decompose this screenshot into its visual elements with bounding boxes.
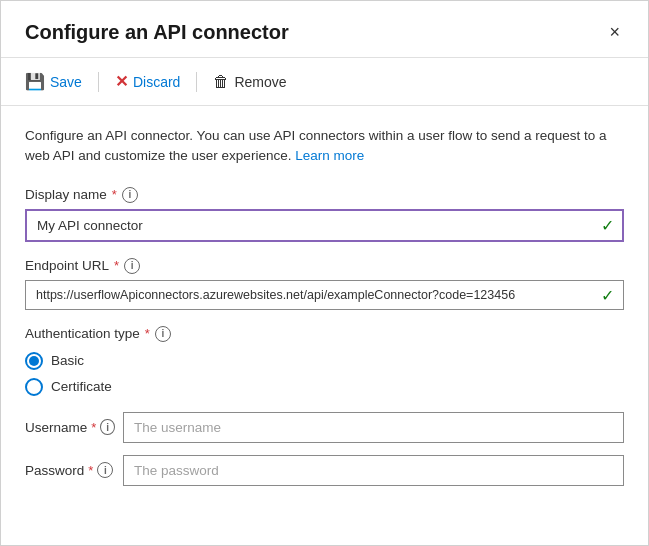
username-info-icon[interactable]: i bbox=[100, 419, 115, 435]
dialog-title: Configure an API connector bbox=[25, 21, 289, 44]
endpoint-url-label: Endpoint URL * i bbox=[25, 258, 624, 274]
endpoint-url-check-icon: ✓ bbox=[601, 285, 614, 304]
password-label: Password * i bbox=[25, 462, 115, 478]
password-group: Password * i bbox=[25, 455, 624, 486]
username-input[interactable] bbox=[123, 412, 624, 443]
save-label: Save bbox=[50, 74, 82, 90]
radio-certificate-label: Certificate bbox=[51, 379, 112, 394]
remove-label: Remove bbox=[234, 74, 286, 90]
display-name-input-wrapper: ✓ bbox=[25, 209, 624, 242]
description-text: Configure an API connector. You can use … bbox=[25, 126, 624, 167]
discard-label: Discard bbox=[133, 74, 180, 90]
dialog-content: Configure an API connector. You can use … bbox=[1, 106, 648, 545]
endpoint-url-required: * bbox=[114, 258, 119, 273]
configure-api-connector-dialog: Configure an API connector × 💾 Save ✕ Di… bbox=[0, 0, 649, 546]
display-name-group: Display name * i ✓ bbox=[25, 187, 624, 242]
auth-type-info-icon[interactable]: i bbox=[155, 326, 171, 342]
toolbar-separator-1 bbox=[98, 72, 99, 92]
username-label: Username * i bbox=[25, 419, 115, 435]
radio-basic[interactable] bbox=[25, 352, 43, 370]
radio-option-basic[interactable]: Basic bbox=[25, 352, 624, 370]
password-input[interactable] bbox=[123, 455, 624, 486]
discard-icon: ✕ bbox=[115, 72, 128, 91]
username-required: * bbox=[91, 420, 96, 435]
password-info-icon[interactable]: i bbox=[97, 462, 113, 478]
display-name-input[interactable] bbox=[25, 209, 624, 242]
password-required: * bbox=[88, 463, 93, 478]
save-icon: 💾 bbox=[25, 72, 45, 91]
toolbar-separator-2 bbox=[196, 72, 197, 92]
endpoint-url-input-wrapper: ✓ bbox=[25, 280, 624, 310]
credentials-section: Username * i Password * i bbox=[25, 412, 624, 486]
toolbar: 💾 Save ✕ Discard 🗑 Remove bbox=[1, 57, 648, 106]
auth-type-required: * bbox=[145, 326, 150, 341]
radio-option-certificate[interactable]: Certificate bbox=[25, 378, 624, 396]
learn-more-link[interactable]: Learn more bbox=[295, 148, 364, 163]
display-name-label: Display name * i bbox=[25, 187, 624, 203]
auth-type-radio-group: Basic Certificate bbox=[25, 352, 624, 396]
radio-basic-label: Basic bbox=[51, 353, 84, 368]
display-name-info-icon[interactable]: i bbox=[122, 187, 138, 203]
auth-type-label: Authentication type * i bbox=[25, 326, 624, 342]
username-group: Username * i bbox=[25, 412, 624, 443]
display-name-required: * bbox=[112, 187, 117, 202]
endpoint-url-info-icon[interactable]: i bbox=[124, 258, 140, 274]
dialog-header: Configure an API connector × bbox=[1, 1, 648, 57]
close-button[interactable]: × bbox=[605, 19, 624, 45]
save-button[interactable]: 💾 Save bbox=[25, 66, 94, 97]
auth-type-section: Authentication type * i Basic Certificat… bbox=[25, 326, 624, 396]
remove-button[interactable]: 🗑 Remove bbox=[201, 67, 298, 97]
display-name-check-icon: ✓ bbox=[601, 216, 614, 235]
endpoint-url-input[interactable] bbox=[25, 280, 624, 310]
endpoint-url-group: Endpoint URL * i ✓ bbox=[25, 258, 624, 310]
remove-icon: 🗑 bbox=[213, 73, 229, 91]
radio-certificate[interactable] bbox=[25, 378, 43, 396]
discard-button[interactable]: ✕ Discard bbox=[103, 66, 192, 97]
